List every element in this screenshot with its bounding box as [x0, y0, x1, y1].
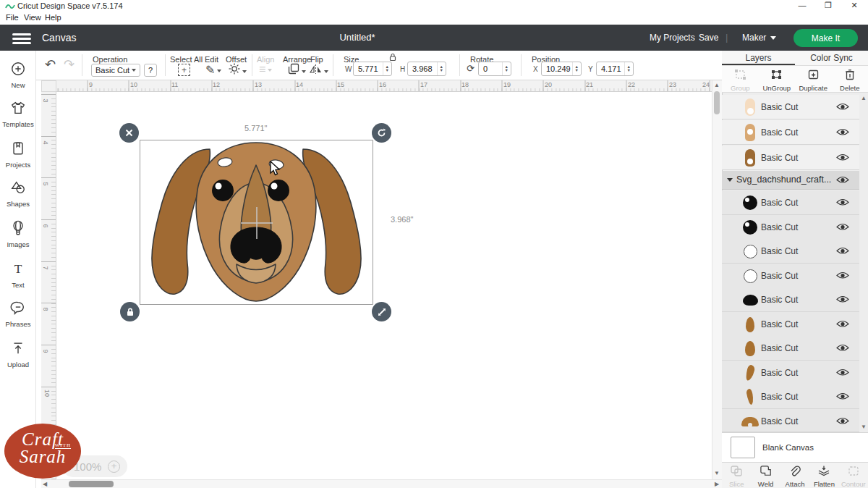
y-position-input[interactable]: 4.171 ▲▼ [596, 62, 634, 76]
eye-visibility-icon[interactable] [836, 223, 849, 231]
rotate-selection-handle[interactable] [372, 123, 391, 143]
redo-icon[interactable]: ↷ [64, 56, 75, 72]
x-position-input[interactable]: 10.249 ▲▼ [541, 62, 582, 76]
close-icon [125, 129, 133, 137]
width-input[interactable]: 5.771 ▲▼ [353, 62, 392, 76]
eye-visibility-icon[interactable] [836, 320, 849, 328]
dachshund-image[interactable] [140, 140, 373, 305]
eye-visibility-icon[interactable] [836, 153, 849, 161]
layers-scroll-up-icon[interactable]: ▲ [861, 95, 867, 101]
attach-button[interactable]: Attach [780, 463, 809, 488]
layer-row[interactable]: Basic Cut [722, 146, 859, 170]
offset-icon[interactable] [229, 63, 247, 77]
minimize-icon[interactable]: — [793, 1, 812, 12]
eye-visibility-icon[interactable] [836, 247, 849, 255]
height-stepper[interactable]: ▲▼ [437, 62, 446, 75]
ungroup-button[interactable]: UnGroup [759, 66, 796, 92]
machine-selector[interactable]: Maker [742, 33, 776, 43]
flip-icon[interactable] [310, 63, 328, 77]
width-stepper[interactable]: ▲▼ [383, 62, 391, 75]
y-stepper[interactable]: ▲▼ [624, 62, 633, 75]
delete-button[interactable]: Delete [832, 66, 868, 92]
eye-visibility-icon[interactable] [836, 369, 849, 376]
sidebar-item-shapes[interactable]: Shapes [0, 180, 36, 208]
sidebar-item-templates[interactable]: Templates [0, 100, 36, 128]
horizontal-scrollbar-thumb[interactable] [69, 481, 114, 487]
layer-thumbnail [744, 364, 755, 382]
scroll-left-icon[interactable]: ◀ [43, 481, 47, 487]
operation-select[interactable]: Basic Cut [91, 64, 140, 77]
eye-visibility-icon[interactable] [836, 198, 849, 206]
undo-icon[interactable]: ↶ [45, 56, 56, 72]
layer-row[interactable]: Basic Cut [722, 409, 859, 432]
sidebar-item-phrases[interactable]: Phrases [0, 300, 36, 328]
layer-row[interactable]: Basic Cut [722, 361, 859, 385]
sidebar-item-images[interactable]: Images [0, 220, 36, 248]
scroll-up-icon[interactable]: ▲ [714, 82, 720, 88]
canvas-color-swatch[interactable] [731, 437, 755, 458]
eye-visibility-icon[interactable] [836, 295, 849, 303]
rotate-stepper[interactable]: ▲▼ [502, 62, 511, 75]
close-icon[interactable]: ✕ [845, 1, 864, 12]
layer-row[interactable]: Basic Cut [722, 264, 859, 288]
layer-row[interactable]: Basic Cut [722, 239, 859, 264]
layers-scroll-down-icon[interactable]: ▼ [861, 424, 867, 430]
layer-row[interactable]: Basic Cut [722, 190, 859, 215]
zoom-in-icon[interactable]: + [108, 460, 120, 473]
chevron-down-icon [217, 70, 221, 72]
layer-row[interactable]: Basic Cut [722, 215, 859, 240]
edit-icon[interactable]: ✎ [205, 63, 221, 77]
hamburger-menu-icon[interactable] [12, 31, 31, 46]
eye-visibility-icon[interactable] [836, 417, 849, 425]
eye-visibility-icon[interactable] [836, 176, 849, 184]
operation-help-button[interactable]: ? [144, 64, 157, 77]
resize-selection-handle[interactable] [372, 302, 391, 321]
weld-button[interactable]: Weld [751, 463, 780, 488]
scroll-right-icon[interactable]: ▶ [715, 481, 719, 487]
arrange-icon[interactable] [288, 63, 306, 77]
height-input[interactable]: 3.968 ▲▼ [407, 62, 446, 76]
menu-view[interactable]: View [24, 13, 41, 22]
blank-canvas-row[interactable]: Blank Canvas [722, 432, 868, 462]
menu-help[interactable]: Help [45, 13, 61, 22]
tab-layers[interactable]: Layers [722, 51, 795, 65]
layer-row[interactable]: Basic Cut [722, 312, 859, 337]
maximize-icon[interactable]: ❐ [819, 1, 838, 12]
rotate-input[interactable]: 0 ▲▼ [478, 62, 511, 76]
document-title[interactable]: Untitled* [321, 32, 393, 43]
my-projects-link[interactable]: My Projects [650, 33, 695, 43]
layer-row[interactable]: Basic Cut [722, 120, 859, 145]
layer-row[interactable]: Basic Cut [722, 95, 859, 119]
select-all-icon[interactable]: + [178, 64, 190, 76]
collapse-caret-icon[interactable] [727, 178, 733, 182]
layer-row[interactable]: Basic Cut [722, 287, 859, 312]
x-stepper[interactable]: ▲▼ [572, 62, 581, 75]
layer-row[interactable]: Basic Cut [722, 336, 859, 361]
lock-selection-handle[interactable] [120, 302, 140, 321]
eye-visibility-icon[interactable] [836, 128, 849, 136]
tab-color-sync[interactable]: Color Sync [795, 51, 868, 65]
flatten-button[interactable]: Flatten [809, 463, 838, 488]
layer-group-header[interactable]: Svg_dachshund_craft... [722, 171, 859, 190]
duplicate-button[interactable]: Duplicate [795, 66, 832, 92]
make-it-button[interactable]: Make It [793, 29, 858, 47]
vertical-scrollbar-thumb[interactable] [714, 91, 720, 114]
sidebar-item-text[interactable]: T Text [0, 261, 36, 289]
eye-visibility-icon[interactable] [836, 392, 849, 400]
eye-visibility-icon[interactable] [836, 344, 849, 352]
vertical-scrollbar[interactable] [712, 80, 722, 479]
sidebar-item-new[interactable]: New [0, 61, 36, 89]
select-all-label: Select All [170, 55, 203, 64]
delete-selection-handle[interactable] [119, 123, 139, 143]
eye-visibility-icon[interactable] [836, 103, 849, 111]
sidebar-item-projects[interactable]: Projects [0, 140, 36, 169]
layer-row[interactable]: Basic Cut [722, 384, 859, 409]
lock-aspect-icon[interactable] [388, 53, 397, 62]
scroll-down-icon[interactable]: ▼ [714, 470, 720, 476]
sidebar-item-upload[interactable]: Upload [0, 340, 36, 369]
eye-visibility-icon[interactable] [836, 272, 849, 279]
save-link[interactable]: Save [699, 33, 718, 43]
horizontal-scrollbar[interactable] [41, 479, 722, 488]
menu-file[interactable]: File [6, 13, 19, 22]
text-icon: T [10, 261, 26, 277]
